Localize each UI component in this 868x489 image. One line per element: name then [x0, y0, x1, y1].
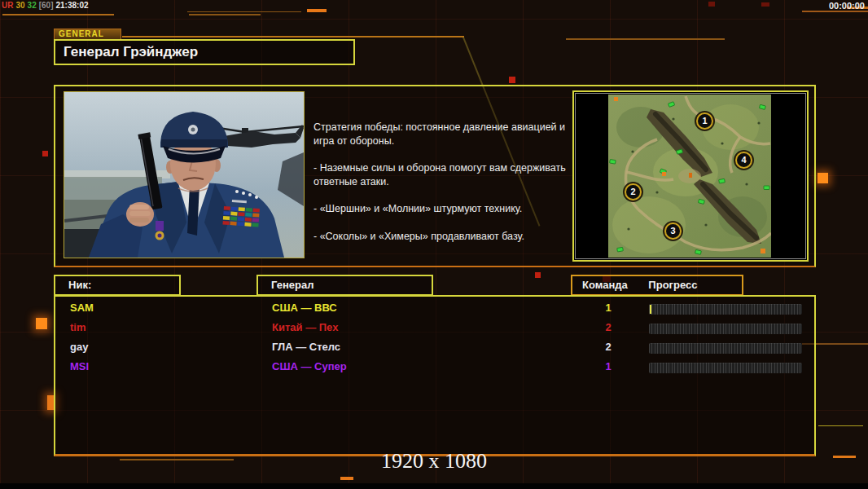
- player-general: США — ВВС: [272, 302, 337, 314]
- player-team: 2: [596, 341, 620, 353]
- decor-line: [122, 36, 464, 37]
- strategy-paragraph: - «Шершни» и «Молнии» штурмуют технику.: [313, 202, 574, 216]
- loading-progress-bar: [649, 304, 802, 315]
- debug-value-1: 30: [15, 1, 24, 10]
- header-team: Команда: [582, 279, 628, 291]
- debug-value-3: [60]: [39, 1, 54, 10]
- map-image: 1 2 3 4: [608, 95, 771, 258]
- decor-line: [340, 477, 353, 480]
- general-name: Генерал Грэйнджер: [64, 41, 353, 64]
- decor-line: [818, 425, 863, 426]
- player-name: gay: [70, 341, 88, 353]
- strategy-paragraph: - «Соколы» и «Химеры» продавливают базу.: [313, 230, 574, 244]
- map-start-marker: 2: [625, 183, 642, 200]
- player-general: США — Супер: [272, 360, 347, 372]
- decor-line: [187, 11, 301, 12]
- decor-square: [42, 151, 48, 156]
- strategy-text: Стратегия победы: постоянное давление ав…: [313, 121, 574, 257]
- debug-tag: UR: [2, 1, 13, 10]
- player-name: MSI: [70, 360, 89, 372]
- decor-square: [535, 272, 541, 278]
- loading-progress-bar: [649, 343, 802, 354]
- decor-line: [802, 11, 868, 12]
- debug-value-2: 32: [28, 1, 37, 10]
- strategy-paragraph: - Наземные силы и оборона помогут вам сд…: [313, 161, 574, 188]
- general-portrait: [64, 91, 305, 258]
- general-title-box: Генерал Грэйнджер: [54, 39, 355, 65]
- decor-line: [189, 14, 261, 15]
- loading-progress-bar: [649, 324, 802, 334]
- player-row: tim Китай — Пех 2: [55, 319, 814, 338]
- decor-square: [761, 2, 769, 7]
- player-team: 1: [596, 302, 620, 314]
- decor-line: [307, 9, 327, 12]
- game-loading-screen: UR3032[60]21:38:02 00:00:00 GENERAL Гене…: [0, 0, 868, 489]
- player-name: tim: [70, 321, 86, 333]
- player-row: MSI США — Супер 1: [55, 358, 814, 377]
- bottom-black-strip: [0, 483, 868, 489]
- decor-line: [566, 38, 725, 40]
- header-nick: Ник:: [54, 275, 181, 296]
- resolution-label: 1920 x 1080: [0, 449, 868, 474]
- debug-clock: 21:38:02: [56, 1, 89, 10]
- player-team: 2: [596, 321, 620, 333]
- decor-line: [2, 14, 114, 15]
- player-general: ГЛА — Стелс: [272, 341, 340, 353]
- header-team-progress: Команда Прогресс: [571, 275, 743, 296]
- map-start-marker: 3: [664, 222, 682, 240]
- portrait-illustration: [64, 92, 304, 258]
- map-terrain: [608, 95, 771, 258]
- player-table: SAM США — ВВС 1 tim Китай — Пех 2 gay ГЛ…: [54, 295, 816, 456]
- decor-square: [509, 77, 515, 83]
- strategy-paragraph: Стратегия победы: постоянное давление ав…: [313, 121, 574, 148]
- player-row: SAM США — ВВС 1: [55, 299, 814, 319]
- map-start-marker: 1: [696, 112, 713, 130]
- player-row: gay ГЛА — Стелс 2: [55, 338, 814, 358]
- header-general: Генерал: [256, 275, 433, 296]
- map-preview: 1 2 3 4: [572, 90, 809, 262]
- loading-progress-bar: [649, 363, 802, 373]
- player-general: Китай — Пех: [272, 321, 338, 333]
- header-progress: Прогресс: [648, 279, 697, 291]
- player-team: 1: [596, 360, 620, 372]
- match-timer: 00:00:00: [829, 1, 865, 11]
- debug-overlay: UR3032[60]21:38:02: [2, 1, 91, 10]
- map-start-marker: 4: [735, 152, 752, 169]
- decor-square: [708, 2, 715, 7]
- player-name: SAM: [70, 302, 94, 314]
- decor-square: [36, 318, 47, 329]
- decor-square: [818, 173, 828, 183]
